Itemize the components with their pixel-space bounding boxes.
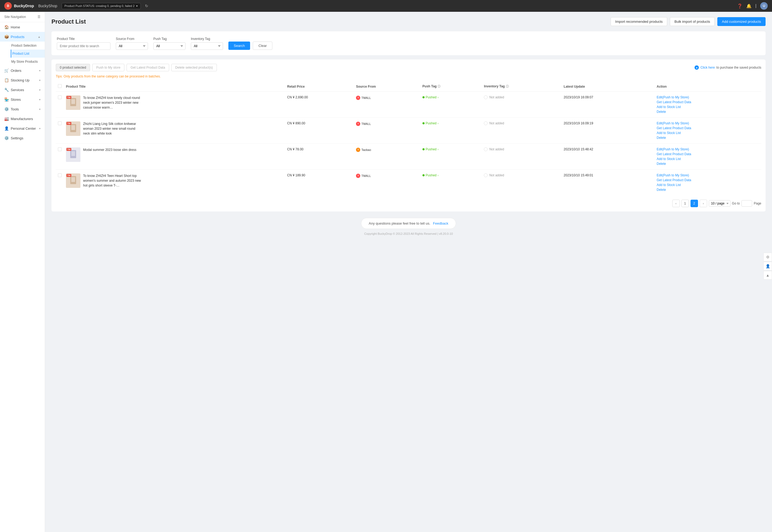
sidebar-item-tools[interactable]: ⚙️ Tools ▾ bbox=[0, 104, 45, 114]
prev-page-button[interactable]: ‹ bbox=[672, 200, 680, 207]
help-icon[interactable]: ❓ bbox=[737, 3, 743, 9]
sidebar-item-orders[interactable]: 🛒 Orders ▾ bbox=[0, 66, 45, 75]
sidebar-item-stores[interactable]: 🏪 Stores ▾ bbox=[0, 95, 45, 104]
action-0-1[interactable]: Get Latest Product Data bbox=[657, 100, 759, 104]
action-0-2[interactable]: Add to Stock List bbox=[657, 105, 759, 109]
product-table: Product Title Retail Price Source From P… bbox=[56, 81, 761, 195]
product-thumbnail-2: TM bbox=[66, 147, 80, 162]
filter-row: Product Title Source From All TMALL Taob… bbox=[57, 37, 760, 50]
action-1-1[interactable]: Get Latest Product Data bbox=[657, 126, 759, 130]
table-row: TM To know ZHIZHI love lonely cloud roun… bbox=[56, 92, 761, 118]
purchase-link[interactable]: Click here bbox=[700, 66, 715, 69]
page-1-button[interactable]: 1 bbox=[681, 200, 689, 207]
row-select-0[interactable] bbox=[58, 95, 62, 99]
action-2-1[interactable]: Get Latest Product Data bbox=[657, 152, 759, 156]
sidebar-item-product-selection[interactable]: Product Selection bbox=[11, 42, 45, 50]
status-chevron[interactable]: ▾ bbox=[136, 4, 138, 8]
notification-icon[interactable]: 🔔 bbox=[746, 3, 752, 9]
action-3-2[interactable]: Add to Stock List bbox=[657, 183, 759, 187]
action-1-0[interactable]: Edit(Push to My Store) bbox=[657, 121, 759, 125]
feedback-box: Any questions please feel free to tell u… bbox=[361, 218, 456, 229]
product-title-3: To know ZHIZHI Teen Heart Short top wome… bbox=[83, 173, 142, 188]
per-page-select[interactable]: 10 / page 20 / page 50 / page bbox=[709, 200, 730, 207]
page-header: Product List Import recommended products… bbox=[51, 17, 766, 26]
row-product-cell-3: TM To know ZHIZHI Teen Heart Short top w… bbox=[64, 170, 285, 196]
product-title-input[interactable] bbox=[57, 42, 110, 50]
row-update-2: 2023/10/10 15:48:42 bbox=[562, 144, 655, 170]
stores-icon: 🏪 bbox=[4, 97, 9, 102]
sidebar-item-home[interactable]: 🏠 Home bbox=[0, 22, 45, 32]
sidebar-menu-icon[interactable]: ☰ bbox=[38, 15, 40, 19]
status-bar[interactable]: Product Push STATUS: creating 0, pending… bbox=[62, 3, 141, 9]
action-3-3[interactable]: Delete bbox=[657, 188, 759, 192]
filter-panel: Product Title Source From All TMALL Taob… bbox=[51, 31, 766, 55]
sidebar-item-my-store-products[interactable]: My Store Products bbox=[11, 58, 45, 66]
product-info-1: TM Zhizhi Liang Ling Silk cotton knitwea… bbox=[66, 121, 146, 136]
products-icon: 📦 bbox=[4, 35, 9, 39]
action-3-1[interactable]: Get Latest Product Data bbox=[657, 178, 759, 182]
selected-count-button[interactable]: 0 product selected bbox=[56, 64, 90, 71]
stores-arrow: ▾ bbox=[39, 98, 40, 101]
product-title-1: Zhizhi Liang Ling Silk cotton knitwear w… bbox=[83, 121, 142, 136]
row-select-3[interactable] bbox=[58, 173, 62, 177]
push-status-1[interactable]: Pushed › bbox=[422, 121, 439, 125]
sidebar-item-services[interactable]: 🔧 Services ▾ bbox=[0, 85, 45, 95]
right-tool-settings[interactable]: ⚙ bbox=[763, 253, 772, 261]
row-checkbox-0 bbox=[56, 92, 64, 118]
source-badge-1: T TMALL bbox=[356, 122, 371, 126]
select-all-checkbox[interactable] bbox=[58, 84, 62, 88]
product-title-0: To know ZHIZHI love lonely cloud round n… bbox=[83, 95, 142, 110]
product-thumbnail-0: TM bbox=[66, 95, 80, 110]
col-product-title: Product Title bbox=[64, 81, 285, 92]
goto-input[interactable] bbox=[741, 200, 752, 207]
push-status-2[interactable]: Pushed › bbox=[422, 147, 439, 151]
action-1-3[interactable]: Delete bbox=[657, 136, 759, 140]
sidebar-item-manufacturers[interactable]: 🏭 Manufacturers bbox=[0, 114, 45, 124]
action-0-3[interactable]: Delete bbox=[657, 110, 759, 114]
row-action-3: Edit(Push to My Store)Get Latest Product… bbox=[655, 170, 761, 196]
import-recommended-button[interactable]: Import recommended products bbox=[611, 17, 667, 26]
source-badge-3: T TMALL bbox=[356, 174, 371, 178]
inventory-tag-select[interactable]: All Added Not added bbox=[191, 42, 223, 50]
push-tag-info-icon[interactable]: ⓘ bbox=[437, 85, 440, 88]
inventory-badge-1: Not added bbox=[484, 121, 504, 125]
avatar[interactable]: U bbox=[760, 2, 768, 10]
row-select-2[interactable] bbox=[58, 147, 62, 151]
action-1-2[interactable]: Add to Stock List bbox=[657, 131, 759, 135]
right-tool-user[interactable]: 👤 bbox=[763, 262, 772, 270]
sidebar-item-settings[interactable]: ⚙️ Settings bbox=[0, 133, 45, 143]
push-status-3[interactable]: Pushed › bbox=[422, 173, 439, 177]
sidebar-item-personal-center[interactable]: 👤 Personal Center ▾ bbox=[0, 124, 45, 133]
clear-button[interactable]: Clear bbox=[253, 42, 272, 50]
inventory-tag-info-icon[interactable]: ⓘ bbox=[506, 85, 509, 88]
sidebar-item-products[interactable]: 📦 Products ▲ bbox=[0, 32, 45, 42]
search-button[interactable]: Search bbox=[228, 42, 250, 50]
push-status-0[interactable]: Pushed › bbox=[422, 95, 439, 99]
get-latest-data-button[interactable]: Get Latest Product Data bbox=[127, 64, 169, 71]
page-2-button[interactable]: 2 bbox=[691, 200, 698, 207]
refresh-icon[interactable]: ↻ bbox=[145, 4, 148, 8]
push-tag-select[interactable]: All Pushed Not Pushed bbox=[153, 42, 185, 50]
action-0-0[interactable]: Edit(Push to My Store) bbox=[657, 95, 759, 99]
action-2-2[interactable]: Add to Stock List bbox=[657, 157, 759, 161]
row-action-2: Edit(Push to My Store)Get Latest Product… bbox=[655, 144, 761, 170]
next-page-button[interactable]: › bbox=[700, 200, 707, 207]
action-2-0[interactable]: Edit(Push to My Store) bbox=[657, 147, 759, 151]
push-to-store-button[interactable]: Push to My store bbox=[92, 64, 124, 71]
orders-icon: 🛒 bbox=[4, 68, 9, 73]
add-customized-button[interactable]: Add customized products bbox=[717, 17, 766, 26]
row-select-1[interactable] bbox=[58, 121, 62, 125]
action-2-3[interactable]: Delete bbox=[657, 162, 759, 166]
filter-inventory-tag: Inventory Tag All Added Not added bbox=[191, 37, 223, 50]
delete-selected-button[interactable]: Delete selected product(s) bbox=[171, 64, 217, 71]
sidebar-item-product-list[interactable]: Product List bbox=[11, 50, 45, 58]
sidebar-item-stocking-up[interactable]: 📋 Stocking Up ▾ bbox=[0, 75, 45, 85]
right-tool-up[interactable]: ▲ bbox=[763, 271, 772, 280]
bulk-import-button[interactable]: Bulk import of products bbox=[670, 17, 715, 26]
goto-label: Go to bbox=[732, 202, 740, 205]
action-3-0[interactable]: Edit(Push to My Store) bbox=[657, 173, 759, 177]
feedback-link[interactable]: Feedback bbox=[433, 221, 448, 225]
source-badge-2: T Taobao bbox=[356, 148, 371, 152]
source-from-select[interactable]: All TMALL Taobao 1688 bbox=[116, 42, 148, 50]
product-selection-label: Product Selection bbox=[11, 44, 36, 47]
